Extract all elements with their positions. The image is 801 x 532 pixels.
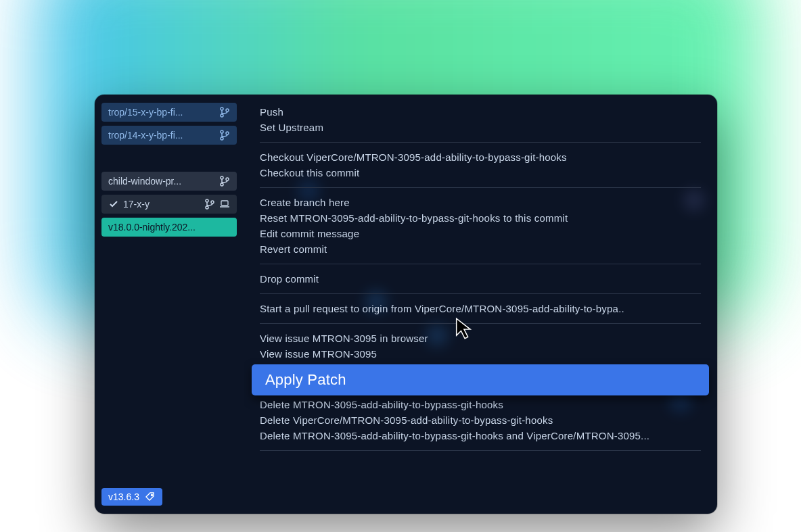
menu-item-drop-commit[interactable]: Drop commit — [244, 271, 717, 287]
version-badge[interactable]: v13.6.3 — [101, 488, 162, 506]
menu-item-view-issue-browser[interactable]: View issue MTRON-3095 in browser — [244, 331, 717, 346]
menu-item-view-issue[interactable]: View issue MTRON-3095 — [244, 346, 717, 362]
menu-item-apply-patch[interactable]: Apply Patch — [252, 364, 709, 395]
branch-badge[interactable]: trop/15-x-y-bp-fi... — [101, 103, 237, 122]
branch-badge[interactable]: trop/14-x-y-bp-fi... — [101, 126, 237, 145]
check-icon — [108, 199, 119, 210]
menu-item-delete-both[interactable]: Delete MTRON-3095-add-ability-to-bypass-… — [244, 428, 717, 443]
laptop-icon — [219, 199, 230, 210]
svg-point-2 — [226, 109, 229, 112]
menu-separator — [260, 450, 701, 451]
branch-label: 17-x-y — [123, 199, 200, 210]
menu-item-create-branch[interactable]: Create branch here — [244, 195, 717, 210]
git-branch-icon — [204, 199, 215, 210]
menu-separator — [260, 264, 701, 264]
menu-separator — [260, 323, 701, 324]
git-branch-icon — [219, 130, 230, 141]
menu-item-set-upstream[interactable]: Set Upstream — [244, 120, 717, 135]
branch-label: trop/14-x-y-bp-fi... — [108, 130, 215, 141]
menu-item-checkout-commit[interactable]: Checkout this commit — [244, 165, 717, 180]
menu-item-push[interactable]: Push — [244, 104, 717, 120]
menu-item-reset[interactable]: Reset MTRON-3095-add-ability-to-bypass-g… — [244, 210, 717, 226]
git-branch-icon — [219, 176, 230, 187]
svg-point-11 — [211, 201, 214, 203]
branch-label: trop/15-x-y-bp-fi... — [108, 107, 215, 118]
version-label: v13.6.3 — [108, 491, 139, 502]
menu-item-delete-local[interactable]: Delete MTRON-3095-add-ability-to-bypass-… — [244, 397, 717, 412]
branch-badge-current[interactable]: 17-x-y — [101, 195, 237, 214]
svg-rect-12 — [221, 201, 228, 205]
svg-point-6 — [221, 176, 223, 179]
git-branch-icon — [219, 107, 230, 118]
branch-badge[interactable]: child-window-pr... — [101, 172, 237, 191]
svg-point-13 — [151, 495, 152, 496]
spacer — [101, 149, 237, 168]
menu-separator — [260, 293, 701, 294]
svg-point-8 — [226, 178, 229, 180]
svg-point-7 — [221, 183, 223, 186]
menu-item-delete-remote[interactable]: Delete ViperCore/MTRON-3095-add-ability-… — [244, 412, 717, 428]
menu-separator — [260, 142, 701, 143]
svg-point-0 — [221, 107, 223, 110]
branch-label: child-window-pr... — [108, 176, 215, 187]
menu-separator — [260, 187, 701, 188]
sidebar: trop/15-x-y-bp-fi... trop/14-x-y-bp-fi..… — [95, 95, 244, 514]
svg-point-3 — [221, 130, 223, 133]
menu-item-start-pr[interactable]: Start a pull request to origin from Vipe… — [244, 301, 717, 316]
menu-item-revert[interactable]: Revert commit — [244, 241, 717, 257]
menu-item-edit-commit[interactable]: Edit commit message — [244, 226, 717, 241]
branch-label: v18.0.0-nightly.202... — [108, 222, 230, 233]
tag-icon — [145, 491, 156, 502]
svg-point-1 — [221, 114, 223, 117]
svg-point-4 — [221, 137, 223, 140]
menu-item-checkout-remote[interactable]: Checkout ViperCore/MTRON-3095-add-abilit… — [244, 149, 717, 165]
app-window: trop/15-x-y-bp-fi... trop/14-x-y-bp-fi..… — [95, 95, 717, 514]
context-menu: Push Set Upstream Checkout ViperCore/MTR… — [244, 95, 717, 514]
svg-point-5 — [226, 132, 229, 135]
svg-point-9 — [206, 199, 208, 202]
svg-point-10 — [206, 206, 208, 209]
branch-badge-tag[interactable]: v18.0.0-nightly.202... — [101, 218, 237, 237]
